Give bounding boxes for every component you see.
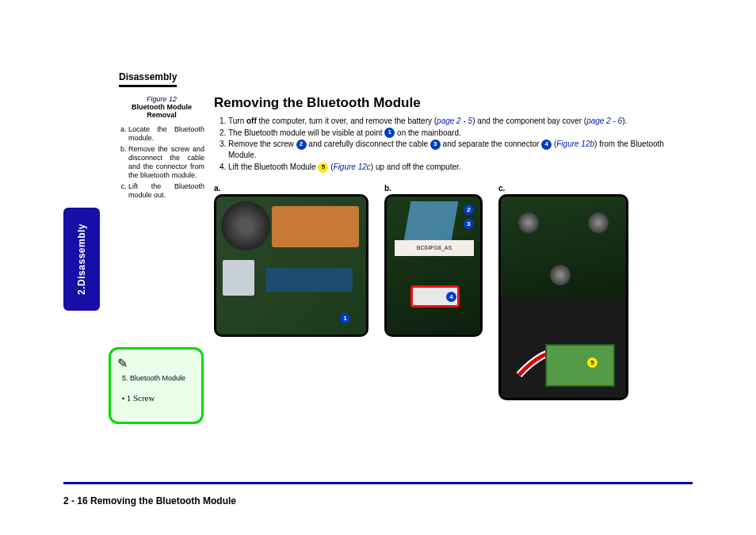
screw-hole-graphic (550, 265, 571, 285)
chapter-tab-label: 2.Disassembly (76, 224, 87, 295)
figure-subtitle: Bluetooth Module Removal (119, 103, 204, 119)
step-list: Turn off the computer, turn it over, and… (214, 116, 693, 173)
footer-text: 2 - 16 Removing the Bluetooth Module (63, 495, 236, 506)
bluetooth-module-graphic (545, 344, 615, 387)
callout-1-badge: 1 (340, 313, 350, 323)
callout-3-badge: 3 (464, 219, 474, 229)
step-4: Lift the Bluetooth Module 5 (Figure 12c)… (228, 162, 693, 173)
heatsink-graphic (272, 206, 359, 247)
callout-1-badge: 1 (384, 128, 395, 138)
notes-item: Bluetooth Module (122, 374, 195, 382)
notes-item: 1 Screw (122, 393, 195, 403)
callout-4-badge: 4 (446, 292, 456, 302)
chapter-tab: 2.Disassembly (63, 208, 100, 311)
figure-number: Figure 12 (119, 95, 204, 103)
callout-2-badge: 2 (296, 139, 307, 150)
screw-hole-graphic (588, 212, 609, 233)
figure-caption-item: Locate the Bluetooth module. (128, 125, 204, 143)
callout-4-badge: 4 (541, 139, 552, 150)
fan-icon (221, 201, 270, 250)
page-title: Removing the Bluetooth Module (214, 95, 693, 111)
step-1: Turn off the computer, turn it over, and… (228, 116, 693, 127)
callout-2-badge: 2 (464, 204, 474, 215)
callout-5-badge: 5 (587, 357, 598, 368)
ram-graphic (265, 268, 353, 292)
figure-link[interactable]: Figure 12c (334, 162, 371, 171)
screw-hole-graphic (518, 212, 539, 233)
figure-a-label: a. (214, 184, 368, 193)
callout-5-badge: 5 (318, 162, 328, 173)
figure-caption-item: Lift the Bluetooth module out. (128, 182, 204, 201)
figure-caption-item: Remove the screw and disconnect the cabl… (128, 145, 204, 181)
cable-graphic (404, 201, 459, 241)
figure-c-label: c. (498, 184, 628, 193)
page-link[interactable]: page 2 - 5 (437, 117, 472, 125)
figure-b-label: b. (384, 184, 483, 193)
module-label-graphic: BC04FG8_AS (395, 240, 474, 256)
section-header: Disassembly (119, 71, 177, 87)
figure-a: 1 (214, 194, 368, 337)
figure-c: 5 (498, 194, 628, 400)
pencil-icon: ✎ (117, 356, 195, 371)
callout-3-badge: 3 (430, 139, 441, 150)
footer-rule (63, 482, 693, 484)
notes-box: ✎ Bluetooth Module 1 Screw (109, 347, 204, 424)
step-2: The Bluetooth module will be visible at … (228, 128, 693, 139)
figure-caption-list: Locate the Bluetooth module. Remove the … (119, 125, 204, 200)
page-link[interactable]: page 2 - 6 (586, 117, 622, 125)
ssd-graphic (223, 260, 254, 296)
figure-b: BC04FG8_AS 2 3 4 (384, 194, 483, 337)
figures-row: a. 1 b. (214, 184, 693, 400)
figure-link[interactable]: Figure 12b (556, 139, 594, 148)
step-3: Remove the screw 2 and carefully disconn… (228, 139, 693, 160)
